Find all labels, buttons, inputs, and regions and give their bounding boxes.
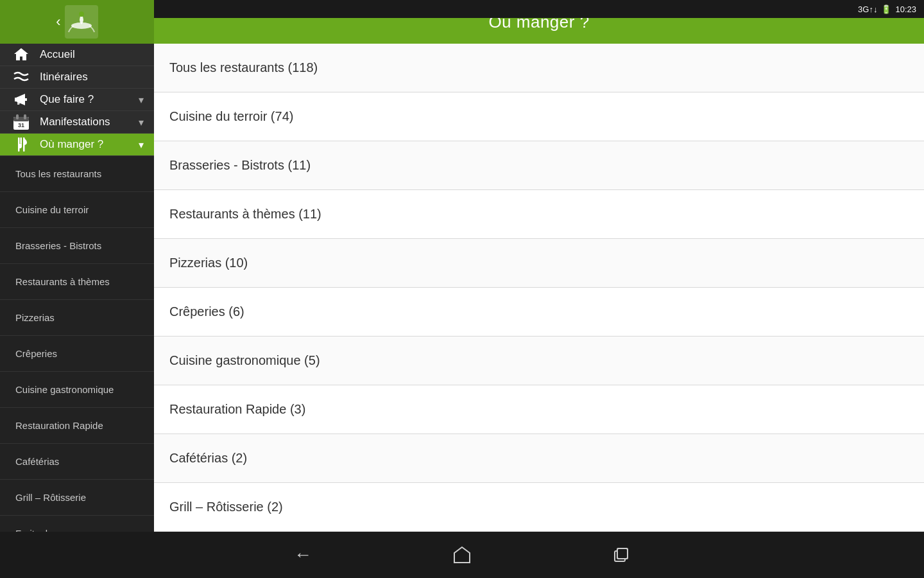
list-item-label-9: Grill – Rôtisserie (2)	[169, 500, 283, 514]
list-item-7[interactable]: Restauration Rapide (3)	[154, 385, 924, 434]
svg-rect-5	[24, 114, 26, 119]
list-item-label-6: Cuisine gastronomique (5)	[169, 353, 320, 368]
sidebar-label-manifestations: Manifestations	[40, 116, 139, 128]
sidebar-label-que-faire: Que faire ?	[40, 93, 139, 106]
route-icon	[10, 66, 32, 88]
list-item-4[interactable]: Pizzerias (10)	[154, 239, 924, 288]
list-item-3[interactable]: Restaurants à thèmes (11)	[154, 190, 924, 239]
list-item-label-1: Cuisine du terroir (74)	[169, 109, 293, 124]
list-item-5[interactable]: Crêperies (6)	[154, 288, 924, 337]
list-item-label-2: Brasseries - Bistrots (11)	[169, 158, 311, 173]
sidebar-label-accueil: Accueil	[40, 48, 144, 61]
list-item-label-8: Cafétérias (2)	[169, 451, 247, 466]
list-item-label-4: Pizzerias (10)	[169, 256, 248, 270]
recent-apps-button[interactable]	[606, 539, 637, 570]
chevron-down-icon-manifestations: ▾	[139, 116, 144, 128]
svg-marker-10	[454, 547, 470, 563]
sidebar-submenu: Tous les restaurants Cuisine du terroir …	[0, 156, 154, 532]
app-container: ‹ Où manger ? 3G↑↓ 🔋 10:23	[0, 0, 924, 578]
top-bar: ‹ Où manger ? 3G↑↓ 🔋 10:23	[0, 0, 924, 44]
sidebar-label-ou-manger: Où manger ?	[40, 138, 139, 151]
logo-area[interactable]: ‹	[0, 0, 154, 44]
main-content: Tous les restaurants (118) Cuisine du te…	[154, 44, 924, 532]
sidebar-item-itineraires[interactable]: Itinéraires	[0, 66, 154, 89]
submenu-item-rapide[interactable]: Restauration Rapide	[0, 408, 154, 444]
list-item-1[interactable]: Cuisine du terroir (74)	[154, 92, 924, 141]
megaphone-icon	[10, 89, 32, 110]
list-item-2[interactable]: Brasseries - Bistrots (11)	[154, 141, 924, 190]
calendar-icon: 31	[10, 111, 32, 133]
list-item-0[interactable]: Tous les restaurants (118)	[154, 44, 924, 92]
sidebar-item-que-faire[interactable]: Que faire ? ▾	[0, 89, 154, 111]
svg-point-1	[79, 12, 84, 17]
list-item-9[interactable]: Grill – Rôtisserie (2)	[154, 483, 924, 532]
list-item-label-3: Restaurants à thèmes (11)	[169, 207, 321, 222]
list-item-8[interactable]: Cafétérias (2)	[154, 434, 924, 483]
svg-rect-8	[21, 137, 22, 144]
list-item-label-5: Crêperies (6)	[169, 304, 244, 319]
time-display: 10:23	[895, 4, 916, 14]
list-item-6[interactable]: Cuisine gastronomique (5)	[154, 337, 924, 385]
svg-rect-3	[13, 117, 29, 121]
svg-text:31: 31	[18, 122, 24, 128]
submenu-item-cafeterias[interactable]: Cafétérias	[0, 444, 154, 480]
submenu-item-grill[interactable]: Grill – Rôtisserie	[0, 480, 154, 516]
list-item-label-0: Tous les restaurants (118)	[169, 60, 318, 75]
chevron-down-icon-que-faire: ▾	[139, 94, 144, 106]
submenu-item-creperies[interactable]: Crêperies	[0, 336, 154, 372]
home-icon	[10, 44, 32, 66]
submenu-item-gastronomique[interactable]: Cuisine gastronomique	[0, 372, 154, 408]
back-button[interactable]: ←	[287, 539, 318, 570]
chevron-down-icon-ou-manger: ▾	[139, 139, 144, 151]
svg-rect-4	[16, 114, 19, 119]
bottom-bar: ←	[0, 532, 924, 578]
sidebar: Accueil Itinéraires	[0, 44, 154, 532]
fork-knife-icon	[10, 134, 32, 155]
submenu-item-themes[interactable]: Restaurants à thèmes	[0, 264, 154, 300]
status-bar: 3G↑↓ 🔋 10:23	[154, 0, 924, 18]
submenu-item-fruits-mer[interactable]: Fruits de mer	[0, 516, 154, 532]
submenu-item-pizzerias[interactable]: Pizzerias	[0, 300, 154, 336]
body-area: Accueil Itinéraires	[0, 44, 924, 532]
svg-rect-12	[617, 548, 628, 559]
sidebar-item-ou-manger[interactable]: Où manger ? ▾	[0, 134, 154, 156]
battery-icon: 🔋	[881, 4, 891, 14]
sidebar-label-itineraires: Itinéraires	[40, 71, 144, 83]
signal-icon: 3G↑↓	[858, 4, 877, 14]
back-arrow-icon: ‹	[56, 13, 60, 30]
submenu-item-terroir[interactable]: Cuisine du terroir	[0, 192, 154, 228]
home-button[interactable]	[447, 539, 477, 570]
submenu-item-brasseries[interactable]: Brasseries - Bistrots	[0, 228, 154, 264]
submenu-item-tous[interactable]: Tous les restaurants	[0, 156, 154, 192]
logo-icon	[65, 5, 98, 39]
sidebar-item-manifestations[interactable]: 31 Manifestations ▾	[0, 111, 154, 134]
list-item-label-7: Restauration Rapide (3)	[169, 402, 305, 417]
sidebar-item-accueil[interactable]: Accueil	[0, 44, 154, 66]
